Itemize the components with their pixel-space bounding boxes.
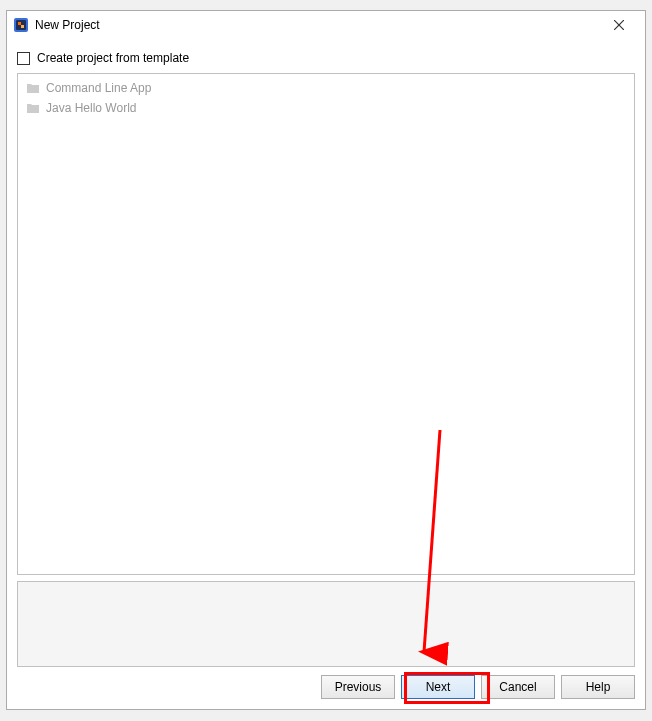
template-item[interactable]: Command Line App bbox=[18, 78, 634, 98]
titlebar: New Project bbox=[7, 11, 645, 39]
template-item-label: Java Hello World bbox=[46, 101, 136, 115]
folder-icon bbox=[26, 82, 40, 94]
next-button[interactable]: Next bbox=[401, 675, 475, 699]
create-from-template-label: Create project from template bbox=[37, 51, 189, 65]
svg-rect-2 bbox=[18, 22, 21, 25]
template-item-label: Command Line App bbox=[46, 81, 151, 95]
create-from-template-row: Create project from template bbox=[17, 47, 635, 73]
window-title: New Project bbox=[35, 18, 599, 32]
svg-rect-3 bbox=[21, 25, 24, 28]
create-from-template-checkbox[interactable] bbox=[17, 52, 30, 65]
new-project-dialog: New Project Create project from template… bbox=[6, 10, 646, 710]
app-icon bbox=[13, 17, 29, 33]
dialog-content: Create project from template Command Lin… bbox=[7, 39, 645, 667]
description-panel bbox=[17, 581, 635, 667]
help-button[interactable]: Help bbox=[561, 675, 635, 699]
close-button[interactable] bbox=[599, 13, 639, 37]
close-icon bbox=[614, 20, 624, 30]
cancel-button[interactable]: Cancel bbox=[481, 675, 555, 699]
template-list[interactable]: Command Line App Java Hello World bbox=[17, 73, 635, 575]
button-bar: Previous Next Cancel Help bbox=[7, 667, 645, 709]
previous-button[interactable]: Previous bbox=[321, 675, 395, 699]
template-item[interactable]: Java Hello World bbox=[18, 98, 634, 118]
folder-icon bbox=[26, 102, 40, 114]
